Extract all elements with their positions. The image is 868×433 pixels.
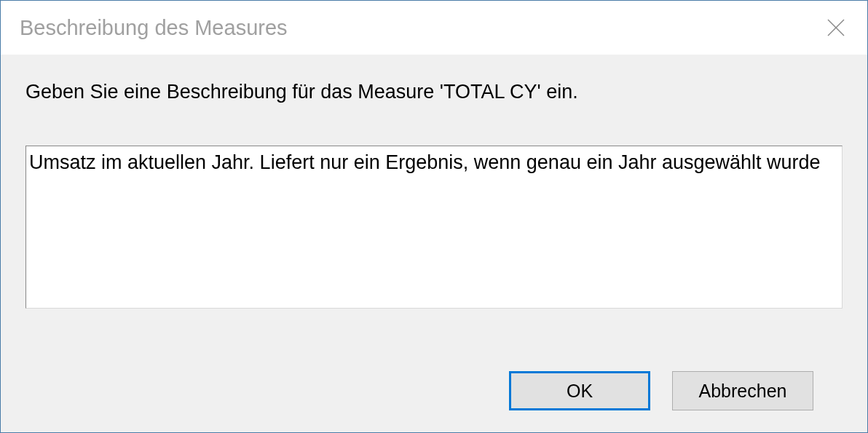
- description-field-wrap: [25, 146, 843, 309]
- dialog-title: Beschreibung des Measures: [20, 16, 288, 40]
- close-icon: [826, 18, 845, 37]
- prompt-text: Geben Sie eine Beschreibung für das Meas…: [25, 79, 843, 105]
- measure-description-dialog: Beschreibung des Measures Geben Sie eine…: [0, 0, 868, 433]
- cancel-button[interactable]: Abbrechen: [672, 371, 813, 410]
- button-row: OK Abbrechen: [25, 348, 843, 432]
- description-textarea[interactable]: [26, 146, 842, 305]
- dialog-content: Geben Sie eine Beschreibung für das Meas…: [1, 55, 867, 432]
- titlebar: Beschreibung des Measures: [1, 1, 867, 55]
- ok-button[interactable]: OK: [509, 371, 650, 410]
- close-button[interactable]: [819, 11, 853, 44]
